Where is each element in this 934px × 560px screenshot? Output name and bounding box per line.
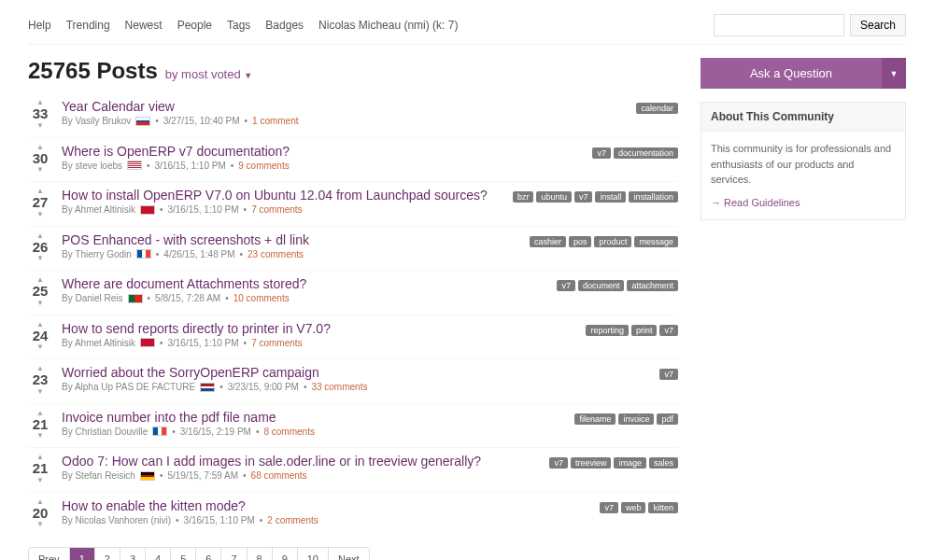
post-title[interactable]: How to send reports directly to printer … bbox=[62, 321, 576, 336]
page-prev[interactable]: Prev bbox=[29, 548, 70, 560]
page-8[interactable]: 8 bbox=[248, 548, 273, 560]
page-2[interactable]: 2 bbox=[95, 548, 120, 560]
post-author[interactable]: By Stefan Reisich bbox=[62, 470, 135, 481]
tag[interactable]: v7 bbox=[574, 191, 593, 203]
comments-link[interactable]: 1 comment bbox=[252, 116, 298, 126]
vote-count: 24 bbox=[33, 329, 49, 344]
nav-user[interactable]: Nicolas Micheau (nmi) (k: 7) bbox=[318, 19, 458, 32]
tag[interactable]: kitten bbox=[648, 502, 678, 513]
tag[interactable]: treeview bbox=[571, 457, 612, 469]
nav-tags[interactable]: Tags bbox=[227, 19, 250, 32]
tag[interactable]: web bbox=[621, 502, 646, 513]
tag[interactable]: v7 bbox=[592, 147, 611, 159]
tag[interactable]: installation bbox=[629, 191, 678, 203]
tag[interactable]: bzr bbox=[513, 191, 534, 203]
tag[interactable]: v7 bbox=[659, 369, 678, 380]
post-title[interactable]: Odoo 7: How can I add images in sale.ode… bbox=[62, 454, 540, 469]
tag[interactable]: v7 bbox=[549, 457, 568, 469]
comments-link[interactable]: 9 comments bbox=[238, 161, 289, 171]
comments-link[interactable]: 8 comments bbox=[263, 427, 314, 437]
page-6[interactable]: 6 bbox=[196, 548, 221, 560]
post-author[interactable]: By Vasily Brukov bbox=[62, 116, 131, 126]
flag-icon bbox=[136, 249, 151, 259]
tag[interactable]: calendar bbox=[636, 103, 678, 114]
tag[interactable]: v7 bbox=[659, 325, 678, 336]
page-5[interactable]: 5 bbox=[171, 548, 196, 560]
page-9[interactable]: 9 bbox=[273, 548, 298, 560]
post-title[interactable]: Invoice number into the pdf file name bbox=[62, 410, 565, 425]
downvote-button[interactable]: ▼ bbox=[36, 166, 44, 174]
search-input[interactable] bbox=[714, 14, 844, 36]
downvote-button[interactable]: ▼ bbox=[36, 521, 44, 528]
downvote-button[interactable]: ▼ bbox=[36, 343, 44, 351]
tag[interactable]: attachment bbox=[627, 280, 678, 291]
downvote-button[interactable]: ▼ bbox=[36, 211, 44, 218]
post-author[interactable]: By Nicolas Vanhoren (nivi) bbox=[62, 515, 171, 525]
post-title[interactable]: How to enable the kitten mode? bbox=[62, 498, 590, 513]
post-title[interactable]: How to install OpenERP V7.0 on Ubuntu 12… bbox=[62, 188, 503, 203]
post-author[interactable]: By steve loebs bbox=[62, 161, 122, 171]
comments-link[interactable]: 7 comments bbox=[251, 338, 302, 348]
post-title[interactable]: Where is OpenERP v7 documentation? bbox=[62, 144, 583, 159]
page-1[interactable]: 1 bbox=[70, 548, 95, 560]
post-author[interactable]: By Alpha Up PAS DE FACTURE bbox=[62, 382, 195, 392]
page-10[interactable]: 10 bbox=[298, 548, 329, 560]
comments-link[interactable]: 7 comments bbox=[251, 204, 302, 215]
post-title[interactable]: Year Calendar view bbox=[62, 99, 627, 114]
post-title[interactable]: POS Enhanced - with screenshots + dl lin… bbox=[62, 232, 520, 247]
tag[interactable]: pdf bbox=[657, 413, 678, 425]
tag[interactable]: documentation bbox=[614, 147, 678, 159]
tag[interactable]: v7 bbox=[557, 280, 575, 291]
tag[interactable]: install bbox=[595, 191, 626, 203]
post-title[interactable]: Worried about the SorryOpenERP campaign bbox=[62, 365, 650, 380]
post-row: ▲26▼POS Enhanced - with screenshots + dl… bbox=[28, 226, 678, 271]
tag[interactable]: image bbox=[614, 457, 646, 469]
tag[interactable]: document bbox=[578, 280, 625, 291]
tag[interactable]: invoice bbox=[618, 413, 654, 425]
post-author[interactable]: By Ahmet Altinisik bbox=[62, 338, 135, 348]
nav-trending[interactable]: Trending bbox=[66, 19, 110, 32]
search-button[interactable]: Search bbox=[850, 14, 906, 36]
post-meta: By Ahmet Altinisik•3/16/15, 1:10 PM•7 co… bbox=[62, 204, 503, 215]
post-title[interactable]: Where are document Attachments stored? bbox=[62, 276, 547, 291]
read-guidelines-link[interactable]: → Read Guidelines bbox=[711, 195, 800, 211]
nav-people[interactable]: People bbox=[177, 19, 212, 32]
ask-dropdown-button[interactable]: ▼ bbox=[882, 58, 906, 89]
page-4[interactable]: 4 bbox=[146, 548, 171, 560]
comments-link[interactable]: 2 comments bbox=[267, 515, 318, 525]
post-author[interactable]: By Ahmet Altinisik bbox=[62, 204, 135, 215]
comments-link[interactable]: 23 comments bbox=[248, 249, 304, 259]
downvote-button[interactable]: ▼ bbox=[36, 388, 44, 396]
post-date: 3/16/15, 2:19 PM bbox=[180, 427, 251, 437]
downvote-button[interactable]: ▼ bbox=[36, 255, 44, 262]
post-author[interactable]: By Thierry Godin bbox=[62, 249, 132, 259]
post-meta: By steve loebs•3/16/15, 1:10 PM•9 commen… bbox=[62, 161, 583, 171]
downvote-button[interactable]: ▼ bbox=[36, 432, 44, 440]
tag[interactable]: filename bbox=[574, 413, 616, 425]
page-7[interactable]: 7 bbox=[221, 548, 247, 560]
tag[interactable]: reporting bbox=[586, 325, 629, 336]
tag[interactable]: message bbox=[634, 236, 678, 247]
tag[interactable]: cashier bbox=[530, 236, 566, 247]
sort-dropdown[interactable]: by most voted ▼ bbox=[165, 67, 252, 81]
nav-help[interactable]: Help bbox=[28, 19, 51, 32]
ask-question-button[interactable]: Ask a Question bbox=[700, 58, 882, 89]
comments-link[interactable]: 33 comments bbox=[311, 382, 367, 392]
downvote-button[interactable]: ▼ bbox=[36, 477, 44, 484]
nav-newest[interactable]: Newest bbox=[125, 19, 163, 32]
downvote-button[interactable]: ▼ bbox=[36, 300, 44, 307]
tag[interactable]: product bbox=[594, 236, 631, 247]
tag[interactable]: v7 bbox=[600, 502, 618, 513]
tag[interactable]: pos bbox=[569, 236, 592, 247]
downvote-button[interactable]: ▼ bbox=[36, 122, 44, 130]
page-next[interactable]: Next bbox=[329, 548, 369, 560]
tag[interactable]: ubuntu bbox=[536, 191, 572, 203]
post-author[interactable]: By Daniel Reis bbox=[62, 293, 123, 303]
comments-link[interactable]: 10 comments bbox=[234, 293, 290, 303]
page-3[interactable]: 3 bbox=[120, 548, 146, 560]
tag[interactable]: print bbox=[631, 325, 658, 336]
tag[interactable]: sales bbox=[649, 457, 678, 469]
post-author[interactable]: By Christian Douville bbox=[62, 427, 148, 437]
nav-badges[interactable]: Badges bbox=[265, 19, 304, 32]
comments-link[interactable]: 68 comments bbox=[251, 470, 307, 481]
